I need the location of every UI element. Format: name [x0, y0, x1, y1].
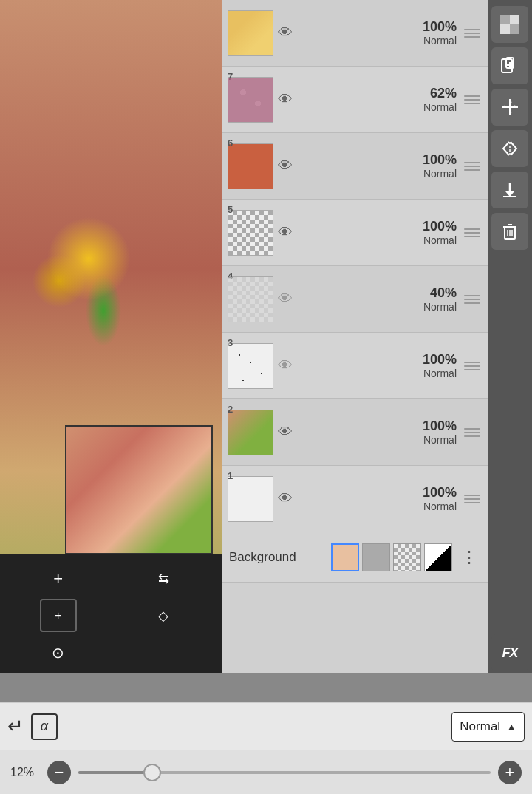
layer-thumbnail-3[interactable] [228, 343, 273, 389]
zoom-minus-button[interactable]: − [47, 761, 71, 784]
svg-rect-2 [510, 15, 519, 24]
drag-line [464, 498, 480, 500]
background-swatch-checker[interactable] [393, 543, 421, 571]
background-swatch-peach[interactable] [331, 543, 359, 571]
camera-button[interactable]: ⊙ [40, 636, 77, 669]
layer-eye-7[interactable]: 👁 [278, 91, 293, 108]
layer-info-7: 62% Normal [299, 86, 460, 113]
fx-button[interactable]: FX [491, 634, 528, 671]
drag-line [464, 502, 480, 503]
flip-button[interactable]: ⇆ [145, 562, 182, 595]
layer-drag-5[interactable] [460, 228, 485, 237]
layer-eye-2[interactable]: 👁 [278, 424, 293, 441]
layer-row: 6 👁 100% Normal [222, 133, 488, 200]
flip-horizontal-button[interactable] [491, 130, 528, 167]
zoom-plus-icon: + [505, 763, 515, 782]
blend-mode-selector[interactable]: Normal ▲ [451, 712, 525, 742]
thumb-top-art [228, 11, 273, 55]
layer-drag-4[interactable] [460, 295, 485, 304]
layer-mode-5: Normal [423, 234, 457, 246]
background-swatch-diagonal[interactable] [424, 543, 452, 571]
drag-line [464, 166, 480, 167]
layer-mode-3: Normal [423, 367, 457, 379]
layer-opacity-2: 100% [423, 418, 457, 434]
layer-drag-6[interactable] [460, 162, 485, 171]
drag-line [464, 232, 480, 234]
paste-button[interactable] [491, 47, 528, 84]
zoom-minus-icon: − [55, 763, 64, 782]
layer-number-3: 3 [228, 337, 233, 348]
zoom-bar: 12% − + [0, 750, 532, 794]
drag-line [464, 95, 480, 97]
layer-eye-6[interactable]: 👁 [278, 157, 293, 174]
flatten-down-button[interactable] [491, 172, 528, 208]
thumb-1-art [228, 477, 273, 521]
drag-line [464, 33, 480, 34]
thumb-5-art [228, 211, 273, 255]
move-icon [500, 98, 519, 117]
zoom-plus-button[interactable]: + [498, 761, 522, 784]
layer-opacity-top: 100% [423, 19, 457, 35]
drag-line [464, 435, 480, 437]
alpha-lock-button[interactable]: α [31, 713, 58, 740]
layer-thumbnail-6[interactable] [228, 143, 273, 189]
drag-line [464, 103, 480, 104]
empty-slot [145, 636, 182, 669]
layer-opacity-7: 62% [430, 86, 457, 101]
flip-h-icon [500, 139, 519, 158]
thumb-4-art [228, 277, 273, 322]
background-more-button[interactable]: ⋮ [458, 548, 480, 567]
svg-rect-3 [500, 24, 510, 34]
layer-thumbnail-7[interactable] [228, 77, 273, 123]
layer-eye-1[interactable]: 👁 [278, 490, 293, 507]
layer-info-2: 100% Normal [299, 418, 460, 446]
thumb-7-art [228, 78, 273, 122]
drag-line [464, 428, 480, 430]
layer-row: 👁 100% Normal [222, 0, 488, 67]
zoom-track[interactable] [78, 771, 491, 774]
drag-line [464, 365, 480, 367]
layer-opacity-4: 40% [430, 285, 457, 301]
zoom-percent-label: 12% [10, 766, 40, 779]
layer-eye-5[interactable]: 👁 [278, 224, 293, 241]
layers-panel: 👁 100% Normal 7 👁 62% Normal 6 [222, 0, 488, 673]
add-layer-button[interactable]: + [40, 562, 77, 595]
layer-thumbnail-2[interactable] [228, 410, 273, 455]
background-swatch-gray[interactable] [362, 543, 390, 571]
layer-row: 3 👁 100% Normal [222, 333, 488, 399]
layer-drag-2[interactable] [460, 428, 485, 437]
trash-icon [500, 222, 519, 241]
undo-button[interactable]: ↵ [7, 715, 24, 738]
flatten-button[interactable]: ◇ [145, 599, 182, 632]
drag-line [464, 169, 480, 171]
thumb-6-art [228, 144, 273, 189]
svg-rect-0 [500, 15, 510, 24]
layer-eye-top[interactable]: 👁 [278, 24, 293, 41]
layer-drag-top[interactable] [460, 29, 485, 38]
layer-eye-3[interactable]: 👁 [278, 357, 293, 374]
layer-thumbnail-1[interactable] [228, 476, 273, 522]
layer-drag-1[interactable] [460, 495, 485, 503]
layer-row: 1 👁 100% Normal [222, 466, 488, 532]
drag-line [464, 236, 480, 237]
add-adjust-button[interactable]: + [40, 599, 77, 632]
layer-drag-3[interactable] [460, 362, 485, 370]
drag-line [464, 29, 480, 30]
layer-drag-7[interactable] [460, 95, 485, 104]
move-button[interactable] [491, 89, 528, 126]
drag-line [464, 362, 480, 363]
layer-number-6: 6 [228, 138, 233, 149]
drag-line [464, 36, 480, 38]
layer-thumbnail-4[interactable] [228, 276, 273, 322]
layer-eye-4[interactable]: 👁 [278, 291, 293, 308]
layer-thumbnail-top[interactable] [228, 10, 273, 56]
layer-thumbnail-5[interactable] [228, 210, 273, 256]
layer-info-6: 100% Normal [299, 152, 460, 180]
trash-button[interactable] [491, 213, 528, 250]
mode-left-controls: ↵ α [7, 713, 58, 740]
background-row: Background ⋮ [222, 532, 488, 583]
svg-rect-1 [510, 24, 519, 34]
zoom-thumb[interactable] [143, 764, 161, 781]
checkerboard-button[interactable] [491, 6, 528, 43]
blend-mode-bar: ↵ α Normal ▲ [0, 702, 532, 750]
